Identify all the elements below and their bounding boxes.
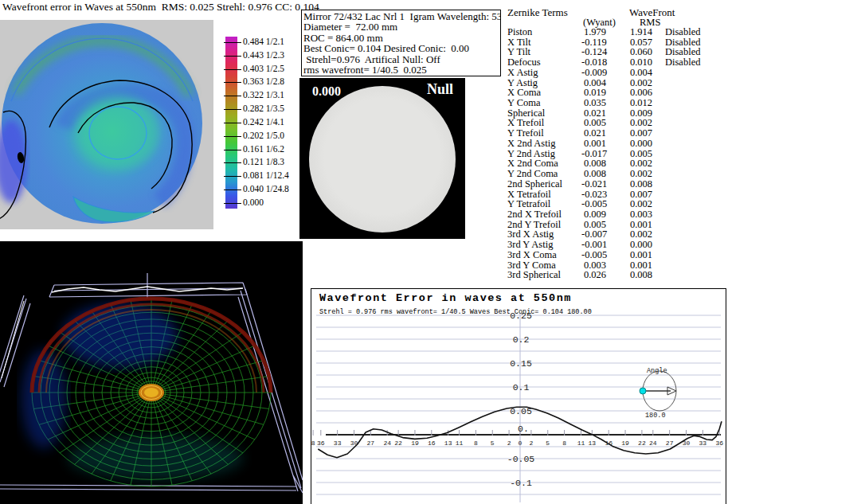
zernike-row: Piston1.9791.914Disabled xyxy=(507,27,714,37)
zernike-cell: 2nd Spherical xyxy=(507,179,581,189)
zernike-cell: 3rd Spherical xyxy=(507,270,581,280)
legend-label: 0.484 1/2.1 xyxy=(243,37,284,46)
zernike-cell: Y Coma xyxy=(507,98,581,108)
mirror-info-box: Mirror 72/432 Lac Nrl 1 Igram Wavelength… xyxy=(301,10,501,76)
zernike-cell: Piston xyxy=(507,27,581,37)
x-tick-label: 11 xyxy=(577,440,585,447)
info-line: Diameter = 72.00 mm xyxy=(303,21,500,32)
y-tick-label: -0.1 xyxy=(510,478,532,488)
app-window: Wavefront error in Waves at 550nm RMS: 0… xyxy=(0,0,861,504)
zernike-cell: Defocus xyxy=(507,57,581,68)
null-title: Null xyxy=(427,81,453,98)
angle-handle xyxy=(640,388,646,394)
angle-value: 180.0 xyxy=(645,412,666,420)
legend-label: 0.322 1/3.1 xyxy=(243,90,284,100)
zernike-row: Y Trefoil0.0210.007 xyxy=(507,128,714,139)
x-tick-label: 2 xyxy=(507,440,511,447)
x-tick-label: 5 xyxy=(491,440,495,447)
x-tick-label: 24 xyxy=(383,440,391,447)
zernike-cell: 3rd X Coma xyxy=(507,250,581,260)
zernike-row: X Astig-0.0090.004 xyxy=(507,68,714,78)
wavefront-3d-view[interactable] xyxy=(0,241,303,504)
zernike-cell: 0.001 xyxy=(581,139,606,149)
zernike-cell: 0.004 xyxy=(606,68,652,78)
zernike-cell: X 2nd Astig xyxy=(507,139,581,149)
y-tick-label: 0. xyxy=(518,424,529,434)
null-view[interactable]: 0.000 Null xyxy=(299,78,465,239)
legend-tick xyxy=(224,150,241,150)
zernike-cell: 2nd X Trefoil xyxy=(507,209,581,220)
wavefront-contour-map[interactable] xyxy=(0,20,213,229)
zernike-cell: -0.009 xyxy=(581,68,606,78)
zernike-cell: 0.007 xyxy=(606,128,652,139)
zernike-row: Y 2nd Coma0.0080.002 xyxy=(507,169,714,179)
legend-tick xyxy=(224,136,241,137)
zernike-cell: 0.000 xyxy=(606,139,652,149)
x-tick-label: 27 xyxy=(666,440,674,447)
zernike-cell: 0.021 xyxy=(581,128,606,139)
info-line: Strehl=0.976 Artifical Null: Off xyxy=(303,54,500,64)
zernike-cell: 0.002 xyxy=(606,169,652,179)
y-tick-label: 0.2 xyxy=(513,334,530,345)
legend-tick xyxy=(224,123,241,123)
legend-tick xyxy=(224,109,241,110)
legend-label: 0.121 1/8.3 xyxy=(243,157,284,166)
x-tick-label: 13 xyxy=(444,440,452,447)
plot-subtitle: Strehl = 0.976 rms wavefront= 1/40.5 Wav… xyxy=(319,308,592,316)
x-tick-label: 8 xyxy=(562,440,566,447)
zernike-title: Zernike Terms xyxy=(507,6,568,19)
legend-label: 0.161 1/6.2 xyxy=(243,144,284,154)
x-tick-label: 19 xyxy=(621,440,629,447)
interferogram-disc xyxy=(309,86,456,232)
wavefront-3d-graphic xyxy=(0,241,303,504)
zernike-cell: 0.000 xyxy=(606,240,652,250)
legend-label: 0.000 xyxy=(243,197,264,207)
x-tick-label: 33 xyxy=(334,440,342,447)
zernike-cell: -0.005 xyxy=(581,250,606,260)
zernike-cell: X Astig xyxy=(507,68,581,78)
zernike-cell: Y Trefoil xyxy=(507,128,581,139)
x-tick-label: 27 xyxy=(367,440,375,447)
zernike-row: 3rd Spherical0.0260.008 xyxy=(507,270,714,280)
legend-label: 0.403 1/2.5 xyxy=(243,64,284,73)
x-tick-label: 11 xyxy=(456,440,464,447)
x-tick-label: 22 xyxy=(394,440,402,447)
zernike-cell: 0.008 xyxy=(606,270,652,280)
x-tick-label: 8 xyxy=(311,440,315,447)
legend-tick xyxy=(224,96,241,96)
zernike-cell: 0.009 xyxy=(581,209,606,220)
x-tick-label: 0 xyxy=(519,440,522,447)
x-tick-label: 19 xyxy=(411,440,419,447)
legend-tick xyxy=(224,162,241,163)
info-line: rms wavefront= 1/40.5 0.025 xyxy=(303,64,500,75)
legend-label: 0.363 1/2.8 xyxy=(243,76,284,86)
x-tick-label: 36 xyxy=(715,440,723,447)
zernike-row: 2nd X Trefoil0.0090.003 xyxy=(507,209,714,220)
zernike-cell: 0.003 xyxy=(606,209,652,220)
zernike-cell: 3rd Y Astig xyxy=(507,240,581,250)
y-tick-label: 0.15 xyxy=(510,358,532,369)
x-tick-label: 13 xyxy=(589,440,597,447)
profile-plot-panel[interactable]: 8363330272422191613118520258111316192224… xyxy=(311,288,726,504)
legend-tick xyxy=(224,203,241,204)
color-scale-legend: 0.484 1/2.10.443 1/2.30.403 1/2.50.363 1… xyxy=(224,32,303,211)
legend-tick xyxy=(224,82,241,83)
angle-label: Angle xyxy=(647,367,667,375)
legend-label: 0.242 1/4.1 xyxy=(243,117,284,127)
legend-label: 0.040 1/24.8 xyxy=(243,184,289,193)
zernike-cell: 0.012 xyxy=(606,98,652,108)
zernike-cell: 1.979 xyxy=(581,27,606,37)
zernike-cell: 0.026 xyxy=(581,270,606,280)
zernike-cell: Disabled xyxy=(665,57,700,68)
zernike-row: X 2nd Astig0.0010.000 xyxy=(507,139,714,149)
y-tick-label: 0.1 xyxy=(513,382,530,393)
zernike-row: 3rd Y Astig-0.0010.000 xyxy=(507,240,714,250)
x-tick-label: 22 xyxy=(638,440,646,447)
profile-plot-graphic: 8363330272422191613118520258111316192224… xyxy=(311,289,724,502)
zernike-cell: -0.021 xyxy=(581,179,606,189)
zernike-rows: Piston1.9791.914DisabledX Tilt-0.1190.05… xyxy=(507,27,714,280)
x-tick-label: 2 xyxy=(529,440,533,447)
zernike-cell: 0.008 xyxy=(581,169,606,179)
legend-tick xyxy=(224,189,241,190)
legend-tick xyxy=(224,69,241,70)
